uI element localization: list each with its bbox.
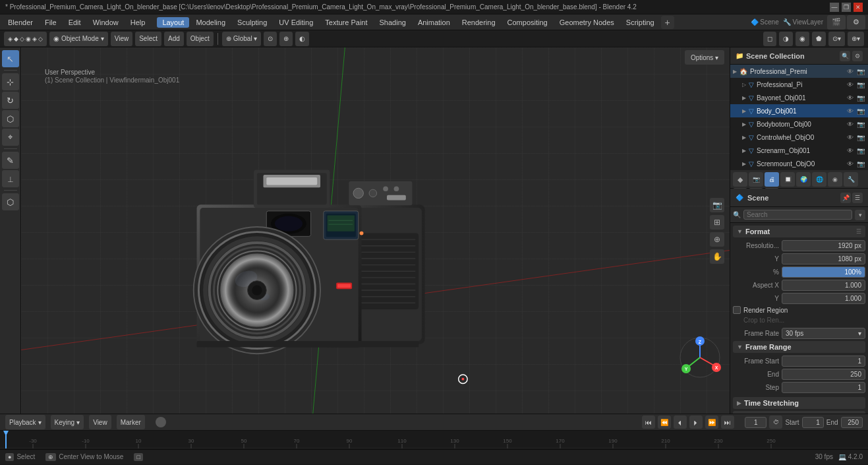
ol-item-bodybotom[interactable]: ▶ ▽ Bodybotom_Obj00 👁 📷 [730, 117, 868, 131]
tl-play[interactable]: ⏵ [689, 416, 703, 429]
tab-geometry-nodes[interactable]: Geometry Nodes [554, 17, 620, 28]
menu-file[interactable]: File [40, 17, 62, 28]
ol-item-bayonet[interactable]: ▶ ▽ Bayonet_Obj001 👁 📷 [730, 91, 868, 104]
nav-gizmo[interactable]: Z X Y [677, 334, 723, 381]
ol-eye-7[interactable]: 👁 [846, 146, 855, 155]
tab-modeling[interactable]: Modeling [190, 17, 231, 28]
marker-menu[interactable]: Marker [117, 415, 145, 429]
ol-eye-5[interactable]: 👁 [846, 119, 855, 129]
maximize-button[interactable]: ❐ [842, 3, 851, 12]
ol-item-professional-premi[interactable]: ▶ 🏠 Professional_Premi 👁 📷 [730, 65, 868, 78]
keying-menu[interactable]: Keying ▾ [51, 415, 84, 429]
ol-eye-2[interactable]: 👁 [846, 80, 855, 89]
menu-blender[interactable]: Blender [3, 17, 38, 28]
ol-cam-3[interactable]: 📷 [856, 93, 865, 102]
outliner-sync[interactable]: ⚙ [852, 51, 863, 61]
ol-expand-5[interactable]: ▶ [742, 121, 746, 127]
tool-annotate[interactable]: ✎ [2, 152, 19, 169]
aspect-y-value[interactable]: 1.000 [782, 293, 865, 304]
prop-tab-scene[interactable]: 🌍 [796, 172, 811, 187]
ol-item-body[interactable]: ▶ ▽ Body_Obj001 👁 📷 [730, 104, 868, 117]
timeline-track[interactable]: -30 -10 10 30 50 70 90 110 130 150 170 1… [0, 431, 868, 449]
ol-eye-6[interactable]: 👁 [846, 133, 855, 142]
ol-expand-4[interactable]: ▶ [742, 108, 746, 114]
overlay-dropdown[interactable]: ⊙▾ [828, 32, 845, 46]
prop-tab-active-object[interactable]: ◆ [733, 172, 747, 187]
prop-menu[interactable]: ☰ [852, 193, 863, 203]
object-mode-button[interactable]: ◉ Object Mode ▾ [49, 32, 108, 46]
tool-add-cube[interactable]: ⬡ [2, 193, 19, 210]
tool-select[interactable]: ↖ [2, 50, 19, 67]
stereoscopy-header[interactable]: ▶ Stereoscopy [733, 411, 865, 414]
menu-help[interactable]: Help [125, 17, 151, 28]
transform-global[interactable]: ⊕ Global ▾ [222, 32, 262, 46]
proportional-edit[interactable]: ⊕ [279, 32, 293, 46]
playback-menu[interactable]: Playback ▾ [5, 415, 45, 429]
time-stretching-header[interactable]: ▶ Time Stretching [733, 397, 865, 409]
prop-tab-render[interactable]: 📷 [749, 172, 763, 187]
ol-expand-3[interactable]: ▶ [742, 95, 746, 101]
tool-rotate[interactable]: ↻ [2, 92, 19, 109]
prop-tab-view-layer[interactable]: 🔲 [780, 172, 795, 187]
format-section-header[interactable]: ▼ Format ☰ [733, 226, 865, 237]
scene-selector[interactable]: 🔷 Scene [751, 18, 779, 26]
prop-tab-world[interactable]: 🌐 [812, 172, 826, 187]
tl-jump-start[interactable]: ⏮ [642, 416, 655, 429]
render-button[interactable]: 🎬 [827, 15, 846, 30]
tl-jump-end[interactable]: ⏭ [721, 416, 734, 429]
view-button[interactable]: View [111, 32, 133, 46]
tool-measure[interactable]: ⟂ [2, 170, 19, 187]
outliner-filter[interactable]: 🔍 [840, 51, 850, 61]
frame-range-header[interactable]: ▼ Frame Range [733, 341, 865, 353]
snap-grid-btn[interactable]: ⊕ [710, 232, 724, 247]
ol-item-controlwhel[interactable]: ▶ ▽ Controlwhel_ObjO0 👁 📷 [730, 131, 868, 144]
close-button[interactable]: ✕ [854, 3, 863, 12]
tool-transform[interactable]: ⌖ [2, 129, 19, 146]
ol-cam-1[interactable]: 📷 [856, 67, 865, 76]
ol-eye-8[interactable]: 👁 [846, 159, 855, 168]
tab-compositing[interactable]: Compositing [502, 17, 553, 28]
end-frame-input[interactable]: 250 [841, 417, 863, 428]
add-button[interactable]: Add [164, 32, 184, 46]
prop-tab-modifier[interactable]: 🔧 [844, 172, 858, 187]
minimize-button[interactable]: — [830, 3, 839, 12]
render-region-checkbox[interactable] [733, 306, 741, 314]
resolution-y-value[interactable]: 1080 px [782, 253, 865, 264]
viewport-shading-render[interactable]: ⬟ [812, 32, 826, 46]
tab-shading[interactable]: Shading [374, 17, 411, 28]
object-button[interactable]: Object [187, 32, 214, 46]
ol-cam-7[interactable]: 📷 [856, 146, 865, 155]
tab-sculpting[interactable]: Sculpting [232, 17, 272, 28]
frame-step-value[interactable]: 1 [782, 382, 865, 393]
gizmo-dropdown[interactable]: ⊕▾ [848, 32, 864, 46]
viewport-overlays[interactable]: ◐ [295, 32, 309, 46]
tab-scripting[interactable]: Scripting [621, 17, 660, 28]
options-button[interactable]: Options ▾ [685, 50, 724, 65]
prop-pin[interactable]: 📌 [840, 193, 851, 203]
tab-rendering[interactable]: Rendering [457, 17, 501, 28]
view-menu[interactable]: View [89, 415, 111, 429]
viewport-shading-wire[interactable]: ◻ [763, 32, 776, 46]
ol-item-professional-pi[interactable]: ▷ ▽ Professional_Pi 👁 📷 [730, 78, 868, 91]
tab-animation[interactable]: Animation [413, 17, 455, 28]
tab-layout[interactable]: Layout [157, 17, 189, 28]
tool-scale[interactable]: ⬡ [2, 110, 19, 127]
ol-eye-3[interactable]: 👁 [846, 93, 855, 102]
tl-play-back[interactable]: ⏴ [674, 416, 687, 429]
snap-button[interactable]: ⊙ [264, 32, 277, 46]
start-frame-input[interactable]: 1 [802, 417, 824, 428]
tl-sync-btn[interactable]: ⏱ [769, 416, 782, 429]
ol-cam-2[interactable]: 📷 [856, 80, 865, 89]
frame-end-value[interactable]: 250 [782, 369, 865, 380]
resolution-pct-value[interactable]: 100% [782, 266, 865, 278]
camera-view-btn[interactable]: 📷 [710, 198, 724, 212]
tl-step-fwd[interactable]: ⏩ [705, 416, 718, 429]
aspect-x-value[interactable]: 1.000 [782, 280, 865, 291]
prop-search-input[interactable] [743, 210, 852, 220]
menu-edit[interactable]: Edit [63, 17, 86, 28]
tl-step-back[interactable]: ⏪ [658, 416, 671, 429]
engine-select[interactable]: ⚙ [847, 15, 865, 30]
frame-start-value[interactable]: 1 [782, 356, 865, 367]
ol-expand-2[interactable]: ▷ [742, 82, 746, 88]
ol-expand-1[interactable]: ▶ [733, 69, 737, 75]
